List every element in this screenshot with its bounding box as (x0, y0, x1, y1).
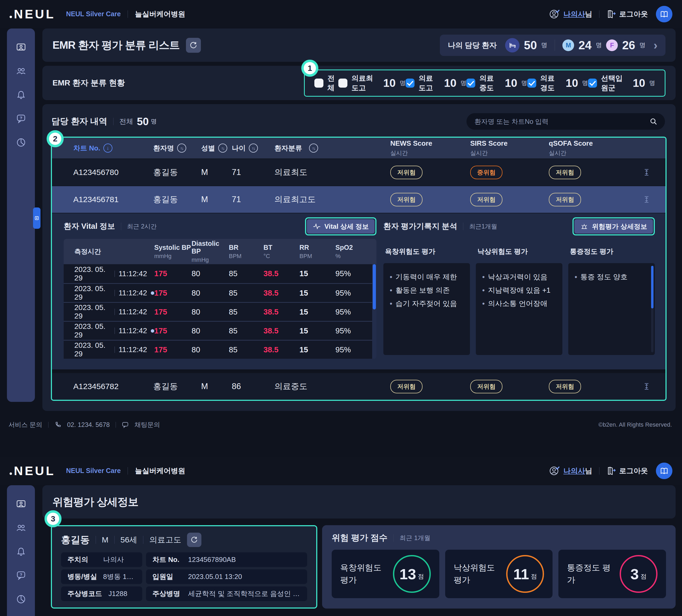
sidebar-item-emr-list[interactable] (15, 42, 27, 53)
qsofa-score-badge: 저위험 (549, 193, 581, 206)
sidebar-item-notifications[interactable] (15, 89, 27, 101)
checkbox[interactable] (527, 78, 536, 88)
column-sex[interactable]: 성별 ↑↓ (201, 143, 232, 153)
vital-detail-button[interactable]: Vital 상세 정보 (307, 219, 374, 233)
filter-label: 의료최도고 (351, 73, 378, 93)
field-value: J1288 (109, 590, 127, 598)
vital-column-unit: % (335, 253, 377, 260)
neul-logo[interactable]: NEUL (9, 8, 55, 20)
score-ring: 3 점 (620, 555, 658, 593)
table-row-selected[interactable]: A123456781 홍길동 M 71 의료최고도 저위험 저위험 저위험 (52, 186, 665, 213)
user-menu[interactable]: 나의사님 (549, 8, 592, 20)
annotation-highlight-filters: 전체 의료최도고 10 명 의료도고 10 명 (304, 69, 665, 97)
qsofa-score-badge: 저위험 (549, 380, 581, 393)
risk-detail-button[interactable]: 위험평가 상세정보 (574, 219, 653, 233)
checkbox[interactable] (338, 78, 347, 88)
search-icon[interactable] (650, 117, 658, 126)
rr-value: 15 (299, 269, 335, 278)
user-name-link[interactable]: 나의사 (564, 10, 585, 18)
vital-rows: 2023. 05. 2911:12:42 175 80 85 38.5 15 9… (64, 264, 372, 359)
patient-search[interactable] (467, 113, 665, 130)
measure-time: 11:12:42 (118, 270, 147, 278)
sidebar-item-statistics[interactable] (15, 137, 27, 149)
my-patients-summary[interactable]: 나의 담당 환자 50 명 M 24 명 F 26 명 › (440, 35, 665, 56)
expand-row-button[interactable] (642, 383, 651, 390)
bullet-icon: • (390, 298, 392, 310)
sort-icon[interactable]: ↑↓ (218, 143, 227, 153)
user-name-link[interactable]: 나의사 (564, 467, 585, 475)
logout-button[interactable]: 로그아웃 (606, 466, 648, 476)
cell-name: 홍길동 (153, 167, 201, 178)
divider (96, 536, 96, 544)
logout-label: 로그아웃 (619, 9, 648, 19)
manual-button[interactable] (656, 6, 673, 22)
field-label: 주치의 (67, 555, 97, 564)
checkbox[interactable] (588, 78, 597, 88)
column-age[interactable]: 나이 ↑↓ (232, 143, 274, 153)
top-bar: NEUL NEUL Silver Care 늘실버케어병원 나의사님 로그아웃 (0, 0, 682, 28)
vital-scrollbar-thumb[interactable] (373, 264, 376, 310)
filter-all[interactable]: 전체 (314, 73, 338, 93)
hospital-name: 늘실버케어병원 (135, 466, 185, 476)
sidebar-item-patients[interactable] (15, 66, 27, 77)
table-row[interactable]: A123456782 홍길동 M 86 의료중도 저위험 저위험 저위험 (52, 372, 665, 400)
sidebar-item-emr-list[interactable] (15, 499, 27, 510)
divider (393, 534, 394, 542)
annotation-highlight-vital-button: Vital 상세 정보 (305, 217, 377, 235)
neul-logo[interactable]: NEUL (9, 464, 55, 477)
filter-class-1[interactable]: 의료최도고 10 명 (338, 73, 406, 93)
manual-button[interactable] (656, 463, 673, 479)
sort-desc-icon[interactable]: ↓ (104, 143, 112, 153)
filter-class-5[interactable]: 선택입원군 10 명 (588, 73, 655, 93)
annotation-callout-1: 1 (301, 60, 318, 77)
sort-icon[interactable]: ↑↓ (249, 143, 258, 153)
chevron-right-icon[interactable]: › (654, 40, 658, 51)
sort-icon[interactable]: ↑↓ (309, 143, 318, 153)
user-menu[interactable]: 나의사님 (549, 465, 592, 476)
sidebar-item-statistics[interactable] (15, 593, 27, 605)
column-class[interactable]: 환자분류 ↑↓ (274, 143, 390, 153)
systolic-bp-value: 175 (154, 289, 191, 297)
score-label: 욕창위험도 평가 (340, 562, 387, 587)
brand-text: NEUL (14, 8, 55, 20)
news-score-badge: 저위험 (390, 193, 423, 206)
annotation-callout-2: 2 (47, 130, 64, 147)
vital-scrollbar[interactable] (372, 264, 377, 359)
refresh-button[interactable] (186, 38, 201, 53)
logout-button[interactable]: 로그아웃 (606, 9, 648, 19)
filter-class-2[interactable]: 의료도고 10 명 (406, 73, 466, 93)
sidebar-item-notifications[interactable] (15, 546, 27, 558)
expand-row-button[interactable] (642, 168, 651, 176)
divider (599, 10, 599, 18)
refresh-button[interactable] (187, 533, 201, 547)
checkbox[interactable] (466, 78, 475, 88)
vital-column-unit: °C (264, 253, 299, 260)
phone-number[interactable]: 02. 1234. 5678 (67, 421, 110, 429)
column-name[interactable]: 환자명 ↑↓ (153, 143, 201, 153)
analysis-period: 최근1개월 (469, 222, 497, 231)
filter-class-3[interactable]: 의료중도 10 명 (466, 73, 527, 93)
filter-label: 전체 (327, 73, 338, 93)
assessment-scrollbar-thumb[interactable] (651, 266, 654, 309)
checkbox[interactable] (314, 78, 323, 88)
risk-score-period: 최근 1개월 (400, 534, 431, 542)
sort-icon[interactable]: ↑↓ (177, 143, 186, 153)
table-row[interactable]: A123456780 홍길동 M 71 의료최도 저위험 중위험 저위험 (52, 158, 665, 186)
filter-class-4[interactable]: 의료경도 10 명 (527, 73, 588, 93)
cell-class: 의료최고도 (274, 194, 390, 205)
assessment-group-fall-risk: 낙상위험도 평가 •낙상과거력이 있음 •지남력장애 있음 +1 •의사소통 언… (476, 239, 562, 355)
bullet-icon: • (482, 272, 484, 283)
field-value: 나의사 (103, 555, 124, 564)
search-input[interactable] (474, 117, 650, 126)
sidebar-item-chat-help[interactable]: ? (15, 113, 27, 124)
chat-inquiry-link[interactable]: 채팅문의 (135, 420, 160, 429)
filter-count: 10 (383, 77, 395, 90)
column-chart-no[interactable]: 차트 No. ↓ (73, 143, 153, 153)
checkbox[interactable] (406, 78, 414, 88)
sidebar-item-patients[interactable] (15, 522, 27, 534)
measure-date: 2023. 05. 29 (74, 322, 111, 339)
sidebar-item-chat-help[interactable]: ? (15, 570, 27, 581)
sidebar-expand-handle[interactable] (33, 207, 41, 229)
unit-label: 명 (521, 79, 527, 87)
collapse-row-button[interactable] (642, 196, 651, 203)
